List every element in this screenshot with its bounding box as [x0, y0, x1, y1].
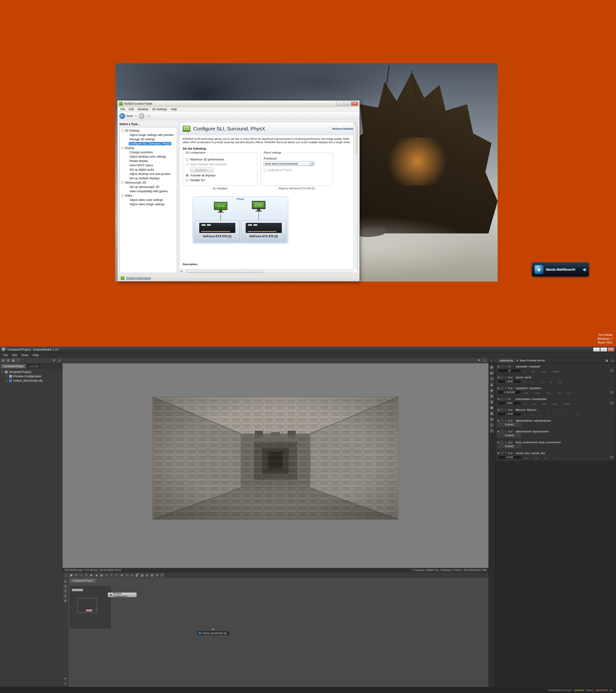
configure-button[interactable]: Configure... [190, 167, 214, 172]
processor-dropdown[interactable]: Auto-select (recommended) ▼ [264, 161, 314, 166]
texture-node-icon[interactable]: ▨ [490, 394, 494, 398]
tree-item-preview-configuration[interactable]: + Preview Configuration [1, 374, 61, 378]
menu-help[interactable]: Help [169, 107, 179, 112]
collapse-icon[interactable]: − [1, 371, 4, 373]
viewport-settings-icon[interactable]: ⚙ [477, 358, 481, 363]
param-slider[interactable]: 1e-05 0.0001 0.001 0.01 0.1 [523, 390, 608, 394]
zoom-out-icon[interactable]: ⊖ [63, 584, 67, 588]
node-graph-canvas[interactable]: Preview Configuration octane_benchmark.o… [68, 583, 489, 687]
param-slider[interactable]: 1 2 3 4 5 6 7 8 [523, 412, 613, 416]
radio-icon-selected[interactable] [186, 174, 188, 177]
tree-item-video-color[interactable]: Adjust video color settings [120, 198, 176, 202]
back-dropdown-icon[interactable]: ▼ [135, 115, 137, 117]
value-field[interactable]: 1.2000 [498, 412, 521, 416]
stop-render-icon[interactable]: ■ [94, 573, 99, 577]
checkbox-icon[interactable] [264, 169, 266, 172]
tree-root-unnamed-project[interactable]: − Unnamed Project [1, 370, 61, 374]
tree-item-desktop-color[interactable]: Adjust desktop color settings [120, 155, 176, 159]
medium-node-icon[interactable]: ◍ [490, 400, 494, 404]
save-image-icon[interactable]: ↓ [64, 573, 68, 577]
value-field[interactable]: 0.0000 [498, 380, 521, 383]
tree-item-size-position[interactable]: Adjust desktop size and position [120, 172, 176, 176]
tree-item-change-resolution[interactable]: Change resolution [120, 150, 176, 155]
graph-tab-unnamed-project[interactable]: Unnamed Project [70, 578, 96, 583]
maximize-button[interactable]: □ [344, 102, 351, 106]
expand-icon[interactable]: + [5, 375, 8, 378]
close-button[interactable]: × [608, 348, 614, 352]
nvcp-titlebar[interactable]: NVIDIA Control Panel – □ × [117, 101, 359, 107]
menu-edit[interactable]: Edit [127, 107, 136, 112]
node-octane-benchmark[interactable]: octane_benchmark.obj [197, 631, 230, 635]
param-caret-icon[interactable]: ▼ [504, 431, 506, 433]
tree-item-rotate-display[interactable]: Rotate display [120, 159, 176, 163]
mesh-node-icon[interactable]: ◣ [490, 382, 494, 387]
value-field[interactable]: 0.0100 [498, 456, 521, 459]
start-render-icon[interactable]: ▶ [89, 573, 94, 577]
save-project-icon[interactable]: ▦ [11, 358, 15, 363]
node-preview-configuration[interactable]: Preview Configuration [108, 592, 137, 597]
param-caret-icon[interactable]: ▼ [504, 420, 506, 422]
viewport-expand-icon[interactable]: ◲ [482, 358, 486, 363]
scrollbar-thumb[interactable] [354, 125, 357, 154]
material-picker-icon[interactable]: ◇ [115, 573, 119, 577]
camera-reset-icon[interactable]: ◉ [99, 573, 104, 577]
kernel-node-icon[interactable]: ▣ [490, 406, 494, 410]
menu-edit[interactable]: Edit [10, 353, 19, 357]
tree-section-3d-settings[interactable]: −3D Settings [120, 128, 176, 133]
collapse-icon[interactable]: − [121, 130, 124, 132]
tree-item-setup-stereo[interactable]: Set up stereoscopic 3D [120, 185, 176, 189]
system-information-link[interactable]: System Information [126, 276, 151, 280]
tree-item-manage-3d[interactable]: Manage 3D settings [120, 137, 176, 141]
radio-activate-all-displays[interactable]: Activate all displays [186, 174, 254, 177]
fit-view-icon[interactable]: ⊡ [63, 589, 67, 593]
node-graph-panel[interactable]: ⊕ ⊖ ⊡ ◎ ⊞ ⚙ ◲ Unnamed Project Preview Co… [63, 578, 489, 687]
menu-file[interactable]: File [1, 353, 10, 357]
gpu-1-box[interactable]: GeForce GTX 670 (1) [195, 221, 240, 242]
scrollbar-thumb[interactable] [186, 270, 263, 273]
subsample-icon[interactable]: ▞ [135, 573, 139, 577]
monitor-samsung-icon[interactable]: Samsung [214, 202, 227, 213]
region-node-icon[interactable]: ▭ [490, 423, 494, 427]
tree-item-octane-benchmark[interactable]: + octane_benchmark.obj [1, 378, 61, 383]
param-caret-icon[interactable]: ▼ [504, 365, 506, 368]
environment-node-icon[interactable]: ☀ [490, 377, 494, 381]
snap-grid-icon[interactable]: ⊞ [63, 599, 67, 602]
node-type-caret-icon[interactable]: ▼ [494, 359, 496, 361]
tree-item-stereo-compat[interactable]: View compatibility with games [120, 189, 176, 194]
lock-resolution-icon[interactable]: ◪ [140, 573, 144, 577]
tab-live-db[interactable]: Live DB [26, 364, 41, 369]
render-settings-icon[interactable]: ⚙ [155, 573, 159, 577]
enabled-toggle[interactable]: Enabled [498, 434, 521, 437]
dedicate-physx-checkbox[interactable]: Dedicate to PhysX [264, 169, 330, 172]
log-scale-knob[interactable] [610, 369, 613, 372]
param-caret-icon[interactable]: ▼ [504, 441, 506, 443]
close-button[interactable]: × [351, 102, 358, 106]
minimize-button[interactable]: – [337, 102, 344, 106]
restart-render-icon[interactable]: « [79, 573, 83, 577]
restore-defaults-button[interactable]: Restore Defaults [333, 127, 354, 130]
render-region-icon[interactable]: ▭ [125, 573, 129, 577]
radio-icon[interactable] [186, 179, 188, 182]
tab-unnamed-project[interactable]: Unnamed Project [1, 364, 26, 369]
tree-item-adjust-image[interactable]: Adjust image settings with preview [120, 133, 176, 137]
radio-span-surround[interactable]: Span displays with Surround [186, 163, 254, 166]
menu-3d-settings[interactable]: 3D Settings [150, 107, 169, 112]
copy-image-icon[interactable]: ▣ [69, 573, 73, 577]
import-icon[interactable]: ▽ [16, 358, 20, 363]
film-node-icon[interactable]: ▧ [490, 412, 494, 416]
center-view-icon[interactable]: ◎ [63, 594, 67, 598]
material-node-icon[interactable]: ◆ [490, 388, 494, 393]
minimize-button[interactable]: – [593, 348, 600, 352]
graph-expand-icon[interactable]: ◲ [63, 681, 67, 685]
panel-settings-icon[interactable]: ⚙ [52, 358, 56, 363]
param-slider[interactable]: 0.001 0.01 0.1 1 [523, 455, 608, 459]
tree-item-video-image[interactable]: Adjust video image settings [120, 202, 176, 206]
scroll-up-icon[interactable]: ▲ [354, 122, 357, 124]
octane-titlebar[interactable]: O *Unnamed Project - OctaneRender 1.14 –… [0, 346, 616, 353]
value-field[interactable]: 0.0001000 [498, 391, 521, 394]
new-project-icon[interactable]: ▤ [1, 358, 5, 363]
graph-minimap[interactable] [70, 586, 111, 628]
collapse-icon[interactable]: − [121, 181, 124, 184]
tree-section-stereoscopic[interactable]: −Stereoscopic 3D [120, 180, 176, 185]
film-settings-icon[interactable]: ▧ [150, 573, 154, 577]
